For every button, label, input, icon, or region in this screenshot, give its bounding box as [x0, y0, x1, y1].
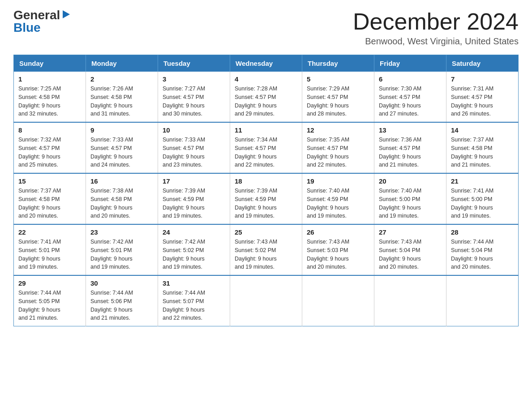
day-number: 23	[90, 228, 153, 236]
day-info: Sunrise: 7:26 AMSunset: 4:58 PMDaylight:…	[90, 85, 153, 118]
calendar-cell: 17 Sunrise: 7:39 AMSunset: 4:59 PMDaylig…	[158, 173, 230, 224]
day-number: 16	[90, 177, 153, 185]
day-number: 24	[163, 228, 225, 236]
day-number: 9	[90, 126, 153, 134]
calendar-cell	[374, 275, 446, 326]
calendar-cell: 30 Sunrise: 7:44 AMSunset: 5:06 PMDaylig…	[86, 275, 158, 326]
day-number: 5	[307, 75, 369, 83]
calendar-cell: 14 Sunrise: 7:37 AMSunset: 4:58 PMDaylig…	[446, 122, 519, 173]
day-info: Sunrise: 7:34 AMSunset: 4:57 PMDaylight:…	[235, 136, 297, 169]
calendar-cell: 15 Sunrise: 7:37 AMSunset: 4:58 PMDaylig…	[14, 173, 86, 224]
day-number: 3	[163, 75, 225, 83]
calendar-cell: 11 Sunrise: 7:34 AMSunset: 4:57 PMDaylig…	[230, 122, 302, 173]
day-number: 27	[379, 228, 442, 236]
calendar-cell: 23 Sunrise: 7:42 AMSunset: 5:01 PMDaylig…	[86, 224, 158, 275]
day-number: 10	[163, 126, 225, 134]
calendar-table: SundayMondayTuesdayWednesdayThursdayFrid…	[13, 55, 519, 326]
day-info: Sunrise: 7:40 AMSunset: 4:59 PMDaylight:…	[307, 187, 369, 220]
calendar-cell: 3 Sunrise: 7:27 AMSunset: 4:57 PMDayligh…	[158, 72, 230, 122]
day-number: 22	[18, 228, 81, 236]
calendar-cell: 13 Sunrise: 7:36 AMSunset: 4:57 PMDaylig…	[374, 122, 446, 173]
day-info: Sunrise: 7:31 AMSunset: 4:57 PMDaylight:…	[451, 85, 514, 118]
calendar-cell: 20 Sunrise: 7:40 AMSunset: 5:00 PMDaylig…	[374, 173, 446, 224]
calendar-week-row: 8 Sunrise: 7:32 AMSunset: 4:57 PMDayligh…	[14, 122, 519, 173]
day-number: 15	[18, 177, 81, 185]
day-info: Sunrise: 7:44 AMSunset: 5:04 PMDaylight:…	[451, 238, 514, 271]
day-info: Sunrise: 7:27 AMSunset: 4:57 PMDaylight:…	[163, 85, 225, 118]
day-number: 14	[451, 126, 514, 134]
day-info: Sunrise: 7:42 AMSunset: 5:01 PMDaylight:…	[90, 238, 153, 271]
calendar-cell: 7 Sunrise: 7:31 AMSunset: 4:57 PMDayligh…	[446, 72, 519, 122]
calendar-header-saturday: Saturday	[446, 55, 519, 72]
calendar-cell: 10 Sunrise: 7:33 AMSunset: 4:57 PMDaylig…	[158, 122, 230, 173]
day-info: Sunrise: 7:41 AMSunset: 5:01 PMDaylight:…	[18, 238, 81, 271]
calendar-cell: 24 Sunrise: 7:42 AMSunset: 5:02 PMDaylig…	[158, 224, 230, 275]
day-number: 8	[18, 126, 81, 134]
page-header: General Blue December 2024 Benwood, West…	[13, 9, 519, 47]
day-info: Sunrise: 7:33 AMSunset: 4:57 PMDaylight:…	[90, 136, 153, 169]
day-info: Sunrise: 7:38 AMSunset: 4:58 PMDaylight:…	[90, 187, 153, 220]
calendar-week-row: 22 Sunrise: 7:41 AMSunset: 5:01 PMDaylig…	[14, 224, 519, 275]
day-info: Sunrise: 7:35 AMSunset: 4:57 PMDaylight:…	[307, 136, 369, 169]
calendar-cell	[302, 275, 374, 326]
calendar-cell: 26 Sunrise: 7:43 AMSunset: 5:03 PMDaylig…	[302, 224, 374, 275]
calendar-header-row: SundayMondayTuesdayWednesdayThursdayFrid…	[14, 55, 519, 72]
day-number: 21	[451, 177, 514, 185]
day-info: Sunrise: 7:28 AMSunset: 4:57 PMDaylight:…	[235, 85, 297, 118]
day-info: Sunrise: 7:41 AMSunset: 5:00 PMDaylight:…	[451, 187, 514, 220]
logo-arrow-icon	[61, 9, 71, 19]
day-number: 26	[307, 228, 369, 236]
day-info: Sunrise: 7:44 AMSunset: 5:07 PMDaylight:…	[163, 289, 225, 322]
logo-blue-text: Blue	[13, 21, 41, 34]
location-title: Benwood, West Virginia, United States	[353, 36, 519, 47]
calendar-header-wednesday: Wednesday	[230, 55, 302, 72]
calendar-cell: 12 Sunrise: 7:35 AMSunset: 4:57 PMDaylig…	[302, 122, 374, 173]
day-number: 18	[235, 177, 297, 185]
day-number: 28	[451, 228, 514, 236]
calendar-cell: 9 Sunrise: 7:33 AMSunset: 4:57 PMDayligh…	[86, 122, 158, 173]
calendar-cell	[230, 275, 302, 326]
day-number: 12	[307, 126, 369, 134]
logo-general-text: General	[13, 9, 60, 21]
day-number: 30	[90, 279, 153, 287]
day-info: Sunrise: 7:42 AMSunset: 5:02 PMDaylight:…	[163, 238, 225, 271]
day-info: Sunrise: 7:39 AMSunset: 4:59 PMDaylight:…	[235, 187, 297, 220]
day-number: 1	[18, 75, 81, 83]
day-number: 6	[379, 75, 442, 83]
day-info: Sunrise: 7:33 AMSunset: 4:57 PMDaylight:…	[163, 136, 225, 169]
day-number: 29	[18, 279, 81, 287]
day-number: 11	[235, 126, 297, 134]
calendar-week-row: 1 Sunrise: 7:25 AMSunset: 4:58 PMDayligh…	[14, 72, 519, 122]
day-info: Sunrise: 7:40 AMSunset: 5:00 PMDaylight:…	[379, 187, 442, 220]
calendar-header-sunday: Sunday	[14, 55, 86, 72]
day-info: Sunrise: 7:44 AMSunset: 5:05 PMDaylight:…	[18, 289, 81, 322]
calendar-cell: 2 Sunrise: 7:26 AMSunset: 4:58 PMDayligh…	[86, 72, 158, 122]
calendar-cell: 29 Sunrise: 7:44 AMSunset: 5:05 PMDaylig…	[14, 275, 86, 326]
day-info: Sunrise: 7:39 AMSunset: 4:59 PMDaylight:…	[163, 187, 225, 220]
calendar-header-thursday: Thursday	[302, 55, 374, 72]
calendar-cell	[446, 275, 519, 326]
day-number: 4	[235, 75, 297, 83]
day-info: Sunrise: 7:43 AMSunset: 5:04 PMDaylight:…	[379, 238, 442, 271]
svg-marker-0	[63, 10, 70, 18]
calendar-cell: 28 Sunrise: 7:44 AMSunset: 5:04 PMDaylig…	[446, 224, 519, 275]
day-number: 31	[163, 279, 225, 287]
calendar-cell: 8 Sunrise: 7:32 AMSunset: 4:57 PMDayligh…	[14, 122, 86, 173]
day-info: Sunrise: 7:37 AMSunset: 4:58 PMDaylight:…	[18, 187, 81, 220]
calendar-week-row: 29 Sunrise: 7:44 AMSunset: 5:05 PMDaylig…	[14, 275, 519, 326]
day-number: 25	[235, 228, 297, 236]
calendar-cell: 18 Sunrise: 7:39 AMSunset: 4:59 PMDaylig…	[230, 173, 302, 224]
day-info: Sunrise: 7:32 AMSunset: 4:57 PMDaylight:…	[18, 136, 81, 169]
day-info: Sunrise: 7:43 AMSunset: 5:02 PMDaylight:…	[235, 238, 297, 271]
month-title: December 2024	[353, 9, 519, 34]
day-number: 2	[90, 75, 153, 83]
calendar-cell: 6 Sunrise: 7:30 AMSunset: 4:57 PMDayligh…	[374, 72, 446, 122]
calendar-cell: 31 Sunrise: 7:44 AMSunset: 5:07 PMDaylig…	[158, 275, 230, 326]
day-number: 7	[451, 75, 514, 83]
calendar-cell: 5 Sunrise: 7:29 AMSunset: 4:57 PMDayligh…	[302, 72, 374, 122]
calendar-cell: 27 Sunrise: 7:43 AMSunset: 5:04 PMDaylig…	[374, 224, 446, 275]
calendar-week-row: 15 Sunrise: 7:37 AMSunset: 4:58 PMDaylig…	[14, 173, 519, 224]
day-info: Sunrise: 7:37 AMSunset: 4:58 PMDaylight:…	[451, 136, 514, 169]
calendar-cell: 1 Sunrise: 7:25 AMSunset: 4:58 PMDayligh…	[14, 72, 86, 122]
day-number: 17	[163, 177, 225, 185]
